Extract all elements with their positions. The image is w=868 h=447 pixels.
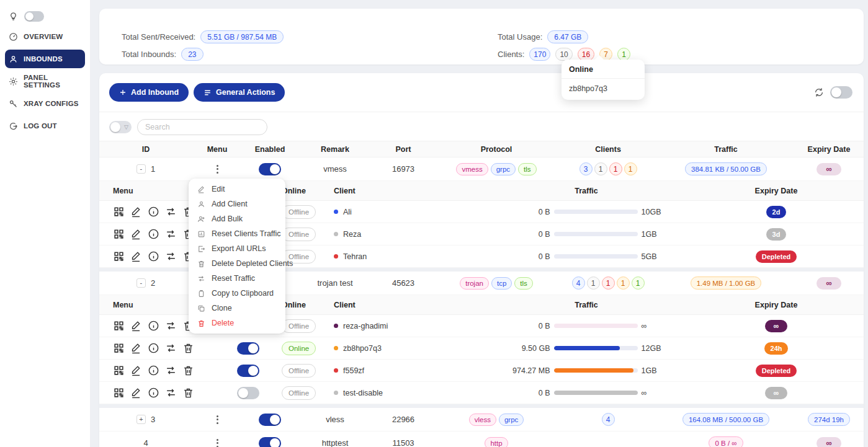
reset-traffic-icon[interactable] [165, 250, 177, 262]
collapse-button[interactable]: - [136, 278, 146, 288]
row-menu-button[interactable] [214, 436, 221, 447]
edit-icon [197, 185, 205, 193]
online-clients-popup: Online zb8hpo7q3 [562, 60, 645, 100]
delete-icon[interactable] [182, 365, 194, 376]
expiry-pill: Depleted [756, 365, 797, 377]
qr-code-icon[interactable] [113, 342, 125, 354]
menu-item-reset-clients-traffic[interactable]: Reset Clients Traffic [189, 226, 285, 241]
info-icon[interactable] [148, 250, 159, 262]
delete-icon [197, 319, 205, 327]
info-icon[interactable] [148, 206, 159, 218]
clients-online-badge[interactable]: 1 [617, 48, 630, 61]
refresh-icon[interactable] [814, 87, 824, 97]
reset-traffic-icon[interactable] [165, 320, 177, 332]
qr-code-icon[interactable] [113, 387, 125, 399]
expand-button[interactable]: + [136, 415, 146, 424]
inbound-enabled-toggle[interactable] [259, 437, 281, 447]
edit-icon[interactable] [130, 206, 142, 218]
total-usage-value: 6.47 GB [547, 30, 588, 43]
header-protocol: Protocol [434, 145, 558, 154]
sidebar-item-inbounds[interactable]: INBOUNDS [5, 50, 85, 68]
menu-item-clone[interactable]: Clone [189, 301, 285, 316]
inbound-enabled-toggle[interactable] [259, 163, 281, 175]
clients-total-badge[interactable]: 170 [529, 48, 550, 61]
menu-item-delete-depleted-clients[interactable]: Delete Depleted Clients [189, 256, 285, 271]
collapse-button[interactable]: - [136, 164, 146, 174]
edit-icon[interactable] [130, 342, 142, 354]
client-enabled-toggle[interactable] [237, 387, 259, 399]
menu-item-edit[interactable]: Edit [189, 182, 285, 197]
menu-item-reset-traffic[interactable]: Reset Traffic [189, 271, 285, 286]
info-icon[interactable] [148, 342, 159, 354]
edit-icon[interactable] [130, 387, 142, 399]
reset-traffic-icon[interactable] [165, 228, 177, 240]
info-icon[interactable] [148, 387, 159, 399]
delete-icon[interactable] [182, 342, 194, 354]
status-badge: Offline [282, 319, 316, 333]
copy-to-clipboard-icon [197, 290, 205, 298]
search-input[interactable] [137, 119, 267, 135]
menu-item-add-client[interactable]: Add Client [189, 197, 285, 211]
wrench-icon [9, 99, 18, 108]
edit-icon[interactable] [130, 365, 142, 376]
expiry-pill: 2d [766, 206, 787, 218]
edit-icon[interactable] [130, 228, 142, 240]
filter-toggle[interactable]: ▽ [109, 121, 132, 133]
delete-icon[interactable] [182, 387, 194, 399]
menu-item-delete[interactable]: Delete [189, 316, 285, 330]
auto-refresh-toggle[interactable] [830, 86, 852, 99]
sidebar-item-log-out[interactable]: LOG OUT [5, 117, 85, 135]
protocol-tag: http [485, 437, 508, 447]
client-row-zb8hpo7q3: Online zb8hpo7q3 9.50 GB 12GB 24h [99, 337, 864, 360]
gear-icon [9, 77, 18, 86]
menu-item-copy-to-clipboard[interactable]: Copy to Clipboard [189, 286, 285, 301]
clients-label: Clients: [498, 50, 524, 59]
client-name: Tehran [343, 252, 367, 261]
info-icon[interactable] [148, 228, 159, 240]
inbound-id: 1 [151, 164, 155, 174]
lightbulb-icon [9, 12, 18, 21]
sidebar-item-xray-configs[interactable]: XRAY CONFIGS [5, 94, 85, 113]
expiry-pill: 3d [766, 228, 787, 241]
expiry-pill: 274d 19h [808, 413, 850, 426]
reset-traffic-icon[interactable] [165, 365, 177, 376]
info-icon[interactable] [148, 320, 159, 332]
inbound-port: 45623 [372, 278, 434, 288]
reset-traffic-icon[interactable] [165, 342, 177, 354]
qr-code-icon[interactable] [113, 250, 125, 262]
theme-toggle[interactable] [24, 11, 44, 22]
menu-item-add-bulk[interactable]: Add Bulk [189, 211, 285, 226]
inbound-enabled-toggle[interactable] [259, 414, 281, 426]
row-menu-button[interactable] [214, 413, 221, 427]
add-inbound-button[interactable]: Add Inbound [109, 83, 189, 102]
client-enabled-toggle[interactable] [237, 365, 259, 377]
sidebar-item-overview[interactable]: OVERVIEW [5, 27, 85, 46]
client-row-test-disable: Offline test-disable 0 B ∞ ∞ [99, 382, 864, 404]
qr-code-icon[interactable] [113, 206, 125, 218]
client-count-badge: 1 [617, 277, 630, 290]
general-actions-button[interactable]: General Actions [194, 83, 285, 102]
client-color-dot [334, 254, 338, 259]
edit-icon[interactable] [130, 320, 142, 332]
inbound-port: 22966 [372, 415, 434, 424]
reset-traffic-icon[interactable] [165, 206, 177, 218]
client-count-badge: 4 [602, 413, 615, 426]
add-bulk-icon [197, 215, 205, 223]
info-icon[interactable] [148, 365, 159, 376]
inbound-remark: vmess [298, 164, 372, 174]
traffic-progress: 0 B ∞ [506, 389, 668, 397]
sidebar-item-panel-settings[interactable]: PANEL SETTINGS [5, 72, 85, 91]
subheader-expiry: Expiry Date [689, 301, 864, 309]
row-menu-button[interactable] [214, 162, 221, 176]
clients-depleted-badge[interactable]: 16 [578, 48, 594, 61]
subheader-client: Client [329, 301, 484, 309]
qr-code-icon[interactable] [113, 320, 125, 332]
client-enabled-toggle[interactable] [237, 342, 259, 355]
reset-traffic-icon [197, 275, 205, 283]
qr-code-icon[interactable] [113, 365, 125, 376]
clients-deactive-badge[interactable]: 10 [555, 48, 572, 61]
qr-code-icon[interactable] [113, 228, 125, 240]
reset-traffic-icon[interactable] [165, 387, 177, 399]
edit-icon[interactable] [130, 250, 142, 262]
menu-item-export-all-urls[interactable]: Export All URLs [189, 241, 285, 256]
